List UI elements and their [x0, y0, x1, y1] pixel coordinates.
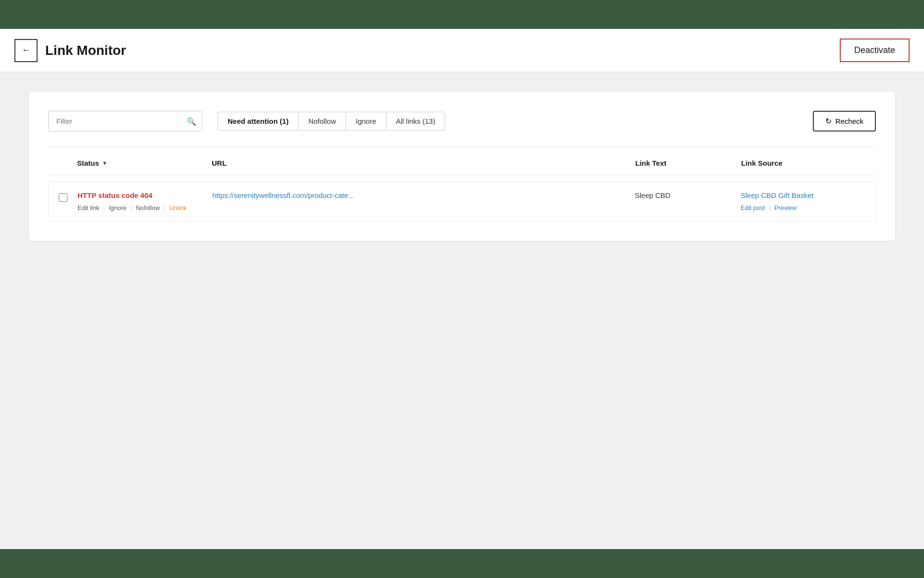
edit-post-action[interactable]: Edit post — [741, 204, 765, 211]
search-icon: 🔍 — [187, 117, 196, 126]
row-url-col: https://serenitywellnessfl.com/product-c… — [212, 191, 635, 200]
row-link-source-col: Sleep CBD Gift Basket Edit post | Previe… — [741, 191, 875, 211]
url-link[interactable]: https://serenitywellnessfl.com/product-c… — [212, 191, 354, 199]
row-actions: Edit link | Ignore | Nofollow | Unlink — [77, 204, 205, 211]
row-checkbox-col — [49, 191, 77, 202]
ignore-action[interactable]: Ignore — [109, 204, 127, 211]
source-separator: | — [769, 204, 770, 211]
recheck-button[interactable]: ↻ Recheck — [813, 111, 876, 131]
filter-input-wrapper: 🔍 — [48, 111, 202, 131]
page-title: Link Monitor — [45, 43, 126, 58]
back-button[interactable]: ← — [14, 39, 38, 62]
separator-1: | — [103, 204, 105, 211]
nofollow-action[interactable]: Nofollow — [136, 204, 160, 211]
back-arrow-icon: ← — [22, 45, 30, 55]
link-source-name[interactable]: Sleep CBD Gift Basket — [741, 191, 875, 199]
recheck-label: Recheck — [835, 117, 863, 125]
bottom-bar — [0, 549, 924, 578]
top-bar — [0, 0, 924, 29]
header: ← Link Monitor Deactivate — [0, 29, 924, 72]
edit-link-action[interactable]: Edit link — [77, 204, 100, 211]
separator-3: | — [164, 204, 165, 211]
row-link-text-col: Sleep CBD — [635, 191, 741, 199]
table-header: Status ▼ URL Link Text Link Source — [48, 159, 876, 175]
main-content: 🔍 Need attention (1) Nofollow Ignore All… — [0, 72, 924, 549]
header-url-col: URL — [212, 159, 635, 167]
content-card: 🔍 Need attention (1) Nofollow Ignore All… — [29, 92, 895, 241]
toolbar: 🔍 Need attention (1) Nofollow Ignore All… — [48, 111, 876, 131]
header-status-col: Status ▼ — [77, 159, 212, 167]
table-row: HTTP status code 404 Edit link | Ignore … — [48, 181, 876, 222]
row-status-col: HTTP status code 404 Edit link | Ignore … — [77, 191, 212, 211]
tab-all-links[interactable]: All links (13) — [386, 112, 446, 131]
tab-need-attention[interactable]: Need attention (1) — [218, 112, 298, 131]
header-link-source-col: Link Source — [741, 159, 876, 167]
divider — [48, 147, 876, 147]
sort-arrow-icon[interactable]: ▼ — [102, 160, 108, 167]
tab-group: Need attention (1) Nofollow Ignore All l… — [218, 112, 445, 131]
status-error-text: HTTP status code 404 — [77, 191, 205, 199]
deactivate-button[interactable]: Deactivate — [840, 39, 910, 62]
filter-input[interactable] — [48, 111, 202, 131]
separator-2: | — [130, 204, 132, 211]
row-checkbox[interactable] — [59, 193, 67, 202]
tab-ignore[interactable]: Ignore — [346, 112, 386, 131]
preview-action[interactable]: Preview — [774, 204, 796, 211]
status-column-label: Status — [77, 159, 99, 167]
recheck-icon: ↻ — [825, 117, 832, 126]
header-link-text-col: Link Text — [635, 159, 741, 167]
tab-nofollow[interactable]: Nofollow — [298, 112, 346, 131]
unlink-action[interactable]: Unlink — [169, 204, 186, 211]
link-source-actions: Edit post | Preview — [741, 204, 875, 211]
header-left: ← Link Monitor — [14, 39, 126, 62]
